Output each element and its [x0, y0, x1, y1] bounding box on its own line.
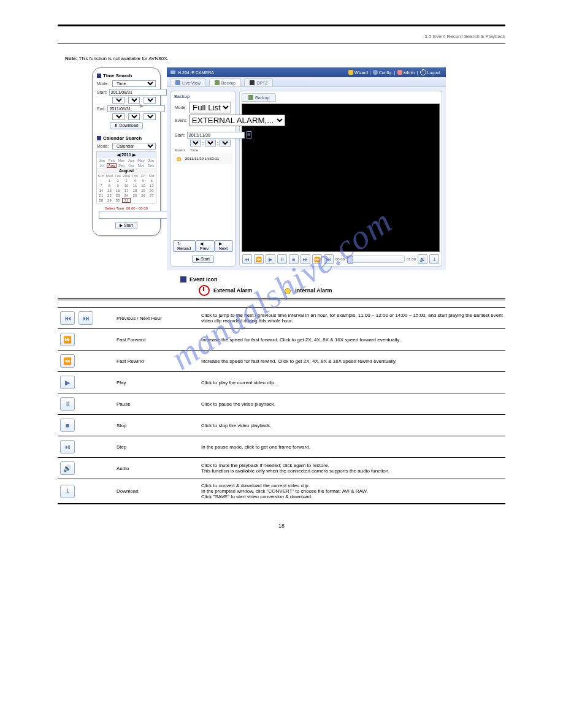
cal-day-cell[interactable]: 23	[113, 193, 122, 198]
cal-day-cell[interactable]: 5	[139, 178, 148, 183]
cal-day-cell[interactable]: 27	[147, 193, 156, 198]
cal-month-cell[interactable]: Aug	[107, 163, 117, 168]
cal-month-cell[interactable]: Jul	[97, 163, 107, 168]
cal-day-cell[interactable]: 9	[113, 183, 122, 188]
event-row[interactable]: 2011/11/30 14:53:11	[173, 153, 233, 164]
cal-day-cell[interactable]: 30	[113, 198, 122, 203]
step-icon[interactable]: ⏭	[301, 254, 310, 264]
link-logout[interactable]: Logout	[420, 69, 440, 75]
link-wizard[interactable]: Wizard	[348, 70, 368, 75]
play-icon[interactable]: ▶	[266, 254, 275, 264]
tl-end: 01:00	[407, 257, 416, 261]
cal-dow: Wed	[122, 173, 131, 178]
cal-day-cell[interactable]: 19	[139, 188, 148, 193]
tab-dptz[interactable]: DPTZ	[244, 78, 273, 86]
ts-mode-select[interactable]: Time	[112, 80, 156, 87]
cal-month-cell[interactable]: Sep	[117, 163, 126, 168]
cal-day-cell[interactable]: 14	[97, 188, 105, 193]
cal-month-cell[interactable]: Jan	[97, 158, 107, 163]
stop-icon: ■	[60, 419, 75, 432]
table-row: ⤓DownloadClick to convert & download the…	[58, 479, 505, 504]
ts-start-s[interactable]: 35	[144, 97, 156, 104]
ts-end-m[interactable]: 49	[128, 113, 140, 120]
ff-icon: ⏩	[60, 333, 75, 346]
ts-end-date[interactable]	[107, 105, 165, 112]
ts-start-label: Start:	[97, 90, 107, 94]
pause-icon[interactable]: ⏸	[277, 254, 287, 264]
bk-start-h[interactable]: 15	[190, 140, 201, 146]
cal-day-cell[interactable]: 29	[105, 198, 114, 203]
audio-icon[interactable]: 🔊	[418, 254, 427, 264]
cal-day-cell[interactable]: 22	[105, 193, 114, 198]
cal-month-cell[interactable]: Oct	[126, 163, 136, 168]
download-button[interactable]: ⬇ Download	[110, 122, 142, 129]
cal-month-cell[interactable]: Nov	[136, 163, 146, 168]
bk-start-s[interactable]: 52	[220, 140, 231, 146]
bk-start-button[interactable]: ▶ Start	[192, 256, 214, 263]
prev-button[interactable]: ◀ Prev.	[196, 240, 215, 252]
cal-day-cell[interactable]: 17	[122, 188, 131, 193]
cal-month-cell[interactable]: Feb	[107, 158, 117, 163]
cs-mode-select[interactable]: Calendar	[112, 143, 156, 150]
bk-start-date[interactable]	[187, 132, 245, 138]
cal-day-cell[interactable]: 11	[131, 183, 139, 188]
page-header: 3.5 Event Record Search & Playback	[58, 34, 505, 39]
ts-start-m[interactable]: 52	[128, 97, 140, 104]
cs-start-button[interactable]: ▶ Start	[115, 222, 137, 229]
cal-day-cell[interactable]: 2	[113, 178, 122, 183]
cal-day-cell[interactable]: 24	[122, 193, 131, 198]
tab-bar: Live View Backup DPTZ	[167, 77, 446, 87]
cal-day-cell[interactable]: 16	[113, 188, 122, 193]
cal-day-cell[interactable]: 31	[122, 198, 131, 203]
ts-start-date[interactable]	[109, 89, 167, 96]
link-config[interactable]: Config.	[373, 70, 393, 75]
cal-day-cell[interactable]: 8	[105, 183, 114, 188]
cal-month-cell[interactable]: May	[136, 158, 146, 163]
cal-month-cell[interactable]: Mar	[117, 158, 126, 163]
table-row: ⏯StepIn the pause mode, click to get one…	[58, 436, 505, 458]
tab-liveview[interactable]: Live View	[170, 78, 206, 86]
rtab-backup[interactable]: Backup	[242, 93, 276, 102]
link-admin[interactable]: admin	[397, 70, 415, 75]
internal-alarm-icon	[283, 286, 291, 295]
bk-event-select[interactable]: EXTERNAL ALARM,...	[189, 115, 285, 126]
user-icon	[397, 70, 402, 75]
bk-mode-select[interactable]: Full List	[190, 102, 231, 113]
rewind-icon[interactable]: ⏪	[254, 254, 264, 264]
cal-day-cell[interactable]: 15	[105, 188, 114, 193]
cal-month-cell[interactable]: Apr	[126, 158, 136, 163]
cal-month-cell[interactable]: Dec	[146, 163, 156, 168]
cal-day-cell[interactable]: 6	[147, 178, 156, 183]
ts-start-h[interactable]: 17	[112, 97, 124, 104]
cal-day-cell[interactable]: 12	[139, 183, 148, 188]
ts-end-s[interactable]: 27	[144, 113, 156, 120]
stop-icon[interactable]: ■	[289, 254, 299, 264]
calendar-icon[interactable]: ▦	[247, 131, 251, 138]
cal-month-cell[interactable]: Jun	[146, 158, 156, 163]
bk-start-m[interactable]: 11	[205, 140, 216, 146]
cal-day-cell[interactable]: 13	[147, 183, 156, 188]
cal-day-cell[interactable]: 26	[139, 193, 148, 198]
ff-icon[interactable]: ⏩	[312, 254, 322, 264]
cal-day-cell[interactable]: 25	[131, 193, 139, 198]
internal-alarm-icon	[175, 156, 182, 162]
cal-day-cell[interactable]: 3	[122, 178, 131, 183]
cal-day-cell[interactable]: 7	[97, 183, 105, 188]
next-hour-icon[interactable]: ⏭	[324, 254, 334, 264]
prev-hour-icon[interactable]: ⏮	[242, 254, 252, 264]
download-icon[interactable]: ⤓	[429, 254, 439, 264]
cal-day-cell[interactable]: 21	[97, 193, 105, 198]
reload-button[interactable]: ↻ Reload	[173, 240, 196, 252]
control-desc: Increase the speed for fast forward. Cli…	[199, 329, 505, 351]
timeline-slider[interactable]	[347, 256, 405, 263]
ts-end-h[interactable]: 18	[112, 113, 124, 120]
tab-backup[interactable]: Backup	[209, 78, 241, 86]
cal-day-cell[interactable]: 10	[122, 183, 131, 188]
cal-day-cell[interactable]: 28	[97, 198, 105, 203]
next-button[interactable]: ▶ Next	[215, 240, 233, 252]
disk-icon	[248, 95, 253, 100]
cal-day-cell[interactable]: 20	[147, 188, 156, 193]
cal-day-cell[interactable]: 4	[131, 178, 139, 183]
cal-day-cell[interactable]: 1	[105, 178, 114, 183]
cal-day-cell[interactable]: 18	[131, 188, 139, 193]
